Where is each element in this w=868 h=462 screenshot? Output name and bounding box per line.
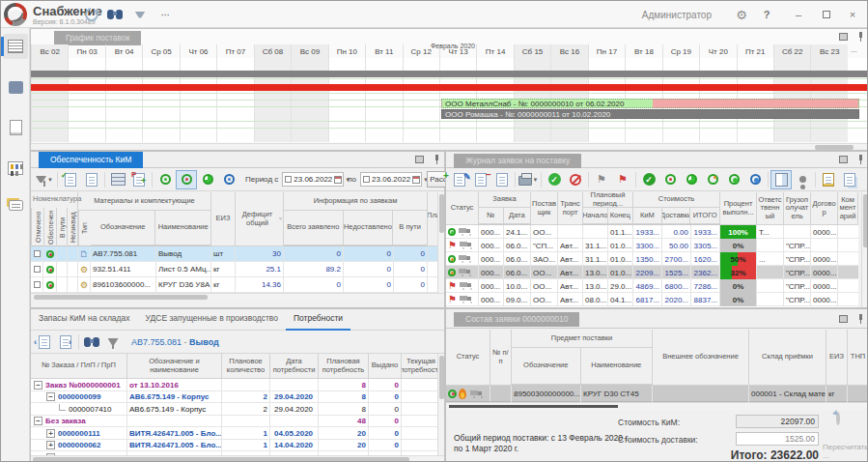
register-doc-icon[interactable] (839, 170, 860, 189)
pct-cell[interactable]: 50% (720, 252, 757, 266)
pct-cell[interactable]: 100% (720, 225, 757, 239)
period-from-field[interactable]: 23.06.2022▼ (282, 172, 344, 187)
num-cell[interactable] (490, 386, 512, 402)
col-type[interactable]: Тип (78, 211, 91, 245)
delivery-cell[interactable]: 1525... (662, 266, 691, 279)
col-transport[interactable]: Транспорт (558, 192, 583, 225)
name-cell[interactable]: ВИТЯ.426471.005 - Бло... (127, 440, 222, 452)
transit-cell[interactable]: 0 (394, 262, 428, 276)
gantt-day-Сб-22[interactable]: Сб 22 (773, 44, 810, 58)
name-cell[interactable]: АВ6.675.149 - Корпус (127, 391, 222, 404)
date-cell[interactable]: 29.04.2020 (270, 403, 319, 416)
contract-doc-icon[interactable] (818, 170, 839, 189)
responsible-cell[interactable] (757, 279, 784, 293)
pct-cell[interactable]: 0% (720, 279, 757, 293)
panel-restore-icon[interactable] (839, 156, 848, 163)
total-cell[interactable]: 2362... (691, 266, 720, 279)
recalculate-icon[interactable] (836, 414, 840, 423)
gantt-day-Сб-08[interactable]: Сб 08 (254, 44, 291, 58)
issue-doc-icon[interactable]: ‹ (34, 332, 55, 352)
unit-cell[interactable]: шт (211, 246, 236, 261)
filter-icon[interactable]: ▼ (34, 170, 55, 189)
tree-row[interactable]: +0000000062ВИТЯ.426471.005 - Бло...114.0… (31, 440, 440, 452)
end-cell[interactable]: 01.1... (608, 225, 633, 239)
issued-cell[interactable]: 0 (369, 391, 402, 404)
issued-cell[interactable]: 0 (369, 379, 402, 391)
date-cell[interactable] (270, 416, 319, 428)
current-cell[interactable] (402, 427, 440, 440)
col-comment[interactable]: Комментарий (838, 192, 858, 225)
flag-red-icon[interactable]: ⚑ (612, 170, 633, 189)
supplier-cell[interactable]: ОО... (531, 225, 558, 239)
plan-cell[interactable]: 20 (319, 440, 369, 452)
total-cell[interactable]: 3305... (691, 239, 720, 252)
kim-cell[interactable]: 4869... (633, 279, 662, 293)
gantt-day-Ср-19[interactable]: Ср 19 (662, 44, 699, 58)
date-cell[interactable]: 06.0... (504, 252, 531, 266)
row-checkbox[interactable] (31, 246, 43, 261)
no-cell[interactable]: 000... (479, 266, 504, 279)
delivery-cost-field[interactable]: 1525.00 (736, 432, 819, 446)
delivery-cell[interactable]: 0.00 (662, 225, 691, 239)
col-checked[interactable]: Отмечено (31, 208, 43, 246)
table-row[interactable]: 000...24.1...ОО...01.1...1933...0.001933… (446, 225, 858, 239)
responsible-cell[interactable] (757, 239, 784, 252)
table-row[interactable]: 🗋АВ7.755.081Выводшт30000 (31, 246, 440, 262)
gantt-day-Вс-02[interactable]: Вс 02 (31, 44, 68, 58)
end-cell[interactable]: 04.1... (608, 293, 633, 306)
col-status[interactable]: Статус (446, 192, 479, 225)
start-cell[interactable]: 13.0... (583, 266, 608, 279)
consignee-cell[interactable]: "СПР... (784, 266, 811, 279)
unit-cell[interactable]: кг (211, 262, 236, 276)
contract-cell[interactable] (811, 239, 838, 252)
illiquid-cell[interactable] (68, 246, 78, 261)
col-5[interactable]: Выдано (369, 354, 402, 379)
row-checkbox[interactable] (31, 277, 43, 292)
start-cell[interactable]: 13.0... (583, 279, 608, 293)
name-cell[interactable] (127, 416, 222, 428)
refresh-icon[interactable] (82, 5, 101, 24)
responsible-cell[interactable]: ... (757, 252, 784, 266)
status-red-icon[interactable] (659, 170, 681, 189)
checkbox-icon[interactable] (34, 250, 41, 257)
supply-vscrollbar[interactable] (437, 192, 444, 293)
gantt-bar-romashka[interactable]: ООО Ромашка - №: 0000000011 от 10.02.202… (441, 109, 859, 119)
order-id-cell[interactable]: 0000007410 (31, 403, 127, 416)
col-num[interactable]: № п/п (490, 330, 512, 386)
undelivered-cell[interactable]: 0 (344, 262, 394, 276)
tree-row[interactable]: 0000007410АВ6.675.149 - Корпус229.04.202… (31, 403, 440, 416)
order-id-cell[interactable]: −Заказ №0000000001 (31, 379, 127, 391)
journal-vscrollbar[interactable] (861, 192, 868, 307)
settings-gear-icon[interactable]: ⚙ (732, 5, 751, 24)
tab-stock[interactable]: Запасы КиМ на складах (31, 309, 138, 331)
name-cell[interactable]: Лист 0.5 АМц... (156, 262, 211, 276)
supplier-cell[interactable]: ОО... (531, 279, 558, 293)
panel-restore-icon[interactable] (839, 33, 848, 41)
consignee-cell[interactable]: "СПР... (784, 293, 811, 306)
responsible-cell[interactable] (757, 266, 784, 279)
date-cell[interactable]: 09.0... (504, 293, 531, 306)
toggle-panel-icon[interactable] (770, 170, 792, 189)
col-total[interactable]: ИТОГО (690, 208, 719, 224)
warehouse-cell[interactable]: 000001 - Склад мате... (749, 386, 826, 402)
no-cell[interactable]: 000... (479, 225, 504, 239)
col-6[interactable]: Текущая потребность (402, 354, 440, 379)
gantt-day-Вс-23[interactable]: Вс 23 (810, 44, 847, 58)
col-warehouse[interactable]: Склад приёмки (749, 330, 826, 386)
date-cell[interactable]: 06.0... (504, 266, 531, 279)
status-pie-icon[interactable] (197, 170, 218, 189)
gantt-day-Пт-07[interactable]: Пт 07 (216, 44, 253, 58)
date-cell[interactable]: 10.0... (504, 279, 531, 293)
gantt-day-Пт-14[interactable]: Пт 14 (476, 44, 513, 58)
start-cell[interactable]: 31.1... (583, 252, 608, 266)
gantt-day-Пт-21[interactable]: Пт 21 (737, 44, 773, 58)
col-date[interactable]: Дата (504, 208, 530, 224)
tree-row[interactable]: −0000000099АВ6.675.149 - Корпус229.04.20… (31, 391, 440, 404)
contents-hscrollbar[interactable] (446, 402, 868, 410)
status-red-icon[interactable] (176, 170, 197, 189)
kanban-board-icon[interactable] (3, 156, 28, 181)
date-cell[interactable] (270, 379, 319, 391)
contract-cell[interactable]: 0000... (811, 252, 838, 266)
name-cell[interactable]: Вывод (156, 246, 211, 261)
total-requested-cell[interactable]: 89.2 (284, 262, 344, 276)
